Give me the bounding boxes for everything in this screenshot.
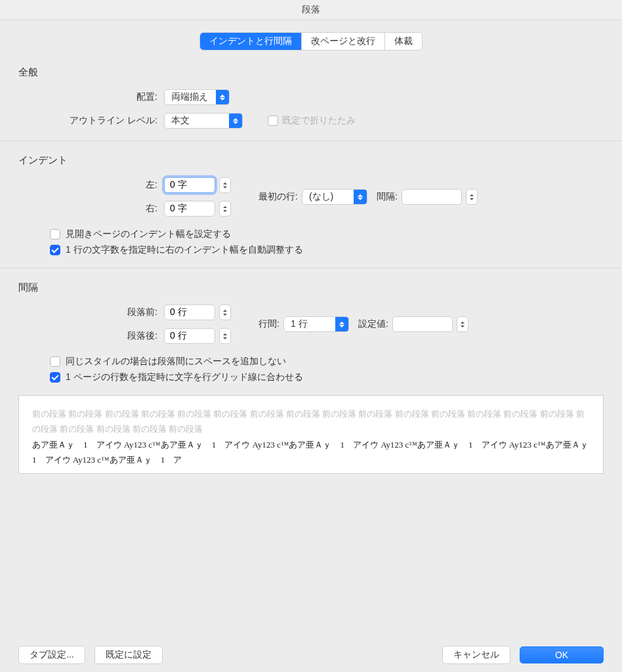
section-general-title: 全般: [18, 66, 604, 79]
line-spacing-at-stepper[interactable]: [457, 316, 468, 332]
chevron-updown-icon: [335, 317, 348, 331]
auto-right-indent-label: 1 行の文字数を指定時に右のインデント幅を自動調整する: [66, 244, 303, 256]
divider: [0, 140, 622, 141]
section-indent-title: インデント: [18, 154, 604, 167]
spacing-after-input[interactable]: [164, 328, 215, 344]
firstline-label: 最初の行:: [259, 191, 298, 203]
set-default-button[interactable]: 既定に設定: [94, 646, 163, 664]
divider: [0, 268, 622, 268]
snap-to-grid-checkbox[interactable]: [50, 372, 60, 383]
tab-indent-spacing[interactable]: インデントと行間隔: [200, 33, 302, 50]
auto-right-indent-checkbox[interactable]: [50, 245, 60, 255]
no-space-same-style-checkbox[interactable]: [50, 356, 60, 367]
preview-panel: 前の段落 前の段落 前の段落 前の段落 前の段落 前の段落 前の段落 前の段落 …: [18, 395, 604, 474]
firstline-amount-input[interactable]: [402, 189, 462, 205]
indent-left-stepper[interactable]: [219, 177, 231, 193]
tabs-settings-button[interactable]: タブ設定...: [18, 646, 85, 664]
spacing-before-input[interactable]: [164, 304, 215, 320]
tab-style[interactable]: 体裁: [385, 33, 422, 50]
line-spacing-select[interactable]: 1 行: [283, 316, 349, 332]
line-spacing-at-label: 設定値:: [358, 318, 388, 330]
indent-right-input[interactable]: [164, 201, 215, 217]
preview-prev-text: 前の段落 前の段落 前の段落 前の段落 前の段落 前の段落 前の段落 前の段落 …: [32, 406, 590, 437]
spacing-before-label: 段落前:: [18, 306, 164, 318]
firstline-select[interactable]: (なし): [302, 189, 367, 205]
collapse-default-label: 既定で折りたたみ: [282, 115, 356, 127]
preview-sample-text: あア亜Ａｙ 1 アイウ Ay123 c™あア亜Ａｙ 1 アイウ Ay123 c™…: [32, 437, 590, 468]
mirror-indent-checkbox[interactable]: [50, 229, 60, 240]
chevron-updown-icon: [354, 190, 367, 204]
window-title: 段落: [0, 0, 622, 20]
collapse-default-checkbox: [268, 116, 278, 126]
spacing-after-label: 段落後:: [18, 330, 164, 342]
firstline-amount-label: 間隔:: [377, 191, 398, 203]
indent-right-stepper[interactable]: [219, 201, 231, 217]
outline-level-select[interactable]: 本文: [164, 113, 243, 129]
section-spacing-title: 間隔: [18, 282, 604, 294]
snap-to-grid-label: 1 ページの行数を指定時に文字を行グリッド線に合わせる: [66, 371, 303, 383]
cancel-button[interactable]: キャンセル: [442, 646, 510, 664]
spacing-before-stepper[interactable]: [219, 304, 231, 320]
indent-left-label: 左:: [18, 179, 164, 191]
chevron-updown-icon: [229, 114, 242, 128]
indent-right-label: 右:: [18, 203, 164, 215]
mirror-indent-label: 見開きページのインデント幅を設定する: [66, 228, 231, 240]
chevron-updown-icon: [216, 90, 229, 104]
firstline-amount-stepper[interactable]: [466, 189, 478, 205]
ok-button[interactable]: OK: [520, 646, 604, 663]
spacing-after-stepper[interactable]: [219, 328, 231, 344]
tab-page-breaks[interactable]: 改ページと改行: [302, 33, 385, 50]
alignment-label: 配置:: [18, 91, 164, 103]
line-spacing-at-input[interactable]: [392, 316, 453, 332]
tab-bar: インデントと行間隔 改ページと改行 体裁: [18, 32, 604, 51]
line-spacing-label: 行間:: [259, 318, 280, 330]
alignment-select[interactable]: 両端揃え: [164, 89, 230, 105]
outline-level-label: アウトライン レベル:: [18, 115, 164, 127]
dialog-footer: タブ設定... 既定に設定 キャンセル OK: [0, 646, 622, 664]
indent-left-input[interactable]: [164, 177, 215, 193]
no-space-same-style-label: 同じスタイルの場合は段落間にスペースを追加しない: [66, 356, 286, 368]
